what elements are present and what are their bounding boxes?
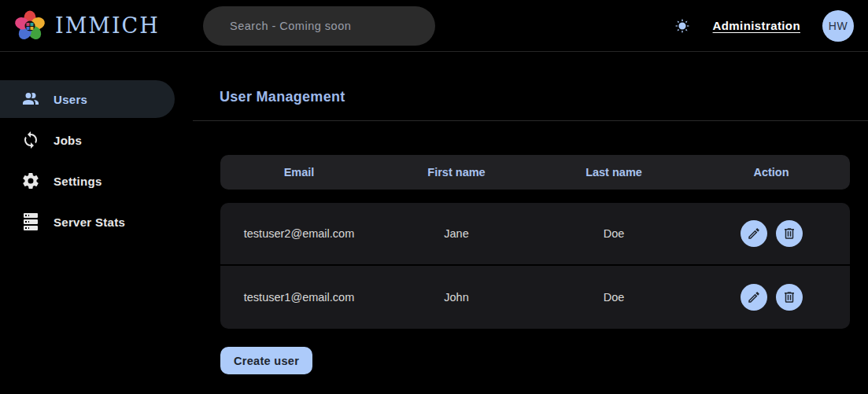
column-header-first-name: First name <box>378 166 535 179</box>
server-icon <box>21 212 40 231</box>
sync-icon <box>21 131 40 149</box>
sidebar-item-label: Users <box>54 93 87 106</box>
pencil-icon <box>747 290 761 304</box>
create-user-button[interactable]: Create user <box>220 347 312 374</box>
trash-icon <box>782 226 796 241</box>
cell-email: testuser1@email.com <box>220 291 378 304</box>
page-title: User Management <box>220 89 868 105</box>
sun-icon <box>674 17 691 35</box>
user-avatar[interactable]: HW <box>822 10 854 42</box>
sidebar-item-label: Jobs <box>54 134 82 147</box>
top-navbar: IMMICH Administration HW <box>0 0 868 52</box>
table-header-row: Email First name Last name Action <box>220 155 850 190</box>
search-input[interactable] <box>203 6 435 46</box>
app-title: IMMICH <box>55 13 160 38</box>
edit-user-button[interactable] <box>741 220 767 247</box>
sidebar-item-server-stats[interactable]: Server Stats <box>0 203 175 241</box>
delete-user-button[interactable] <box>776 284 803 311</box>
user-table: Email First name Last name Action testus… <box>220 155 850 329</box>
table-body: testuser2@email.com Jane Doe <box>220 203 850 329</box>
table-row: testuser2@email.com Jane Doe <box>220 203 850 266</box>
users-icon <box>21 90 40 109</box>
sidebar-item-jobs[interactable]: Jobs <box>0 121 175 159</box>
theme-toggle-button[interactable] <box>674 17 691 35</box>
trash-icon <box>782 290 796 304</box>
gear-icon <box>21 171 40 190</box>
sidebar-item-settings[interactable]: Settings <box>0 162 175 200</box>
administration-link[interactable]: Administration <box>713 19 800 32</box>
cell-email: testuser2@email.com <box>220 227 378 240</box>
sidebar-item-label: Settings <box>54 175 102 188</box>
main-content: User Management Email First name Last na… <box>193 52 868 393</box>
admin-sidebar: Users Jobs Settings Ser <box>0 52 193 393</box>
app-brand: IMMICH <box>13 9 203 43</box>
immich-flower-logo-icon <box>13 9 47 43</box>
pencil-icon <box>747 226 761 241</box>
title-divider <box>193 120 868 121</box>
cell-last-name: Doe <box>535 227 693 240</box>
delete-user-button[interactable] <box>776 220 803 247</box>
sidebar-item-users[interactable]: Users <box>0 80 175 118</box>
cell-actions <box>693 220 850 247</box>
edit-user-button[interactable] <box>741 284 767 311</box>
cell-first-name: John <box>378 291 535 304</box>
cell-actions <box>693 284 850 311</box>
column-header-action: Action <box>693 166 850 179</box>
column-header-last-name: Last name <box>535 166 693 179</box>
cell-first-name: Jane <box>378 227 535 240</box>
column-header-email: Email <box>220 166 378 179</box>
cell-last-name: Doe <box>535 291 693 304</box>
table-row: testuser1@email.com John Doe <box>220 266 850 329</box>
sidebar-item-label: Server Stats <box>54 215 125 229</box>
navbar-right-group: Administration HW <box>674 10 854 42</box>
